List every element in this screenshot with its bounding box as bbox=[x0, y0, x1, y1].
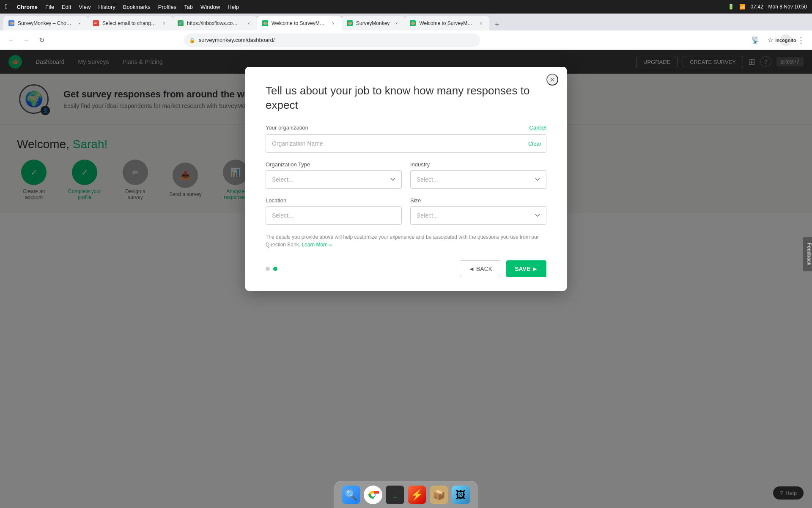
url-text: surveymonkey.com/dashboard/ bbox=[199, 37, 275, 43]
tab-title-4: Welcome to SurveyMon... bbox=[272, 20, 326, 26]
new-tab-button[interactable]: + bbox=[491, 19, 503, 30]
org-type-industry-row: Organization Type Select... Industry Sel… bbox=[266, 161, 546, 189]
tab-title-3: https://inboxflows.com/... bbox=[187, 20, 242, 26]
page-dots bbox=[266, 267, 277, 271]
dock-spark[interactable]: ⚡ bbox=[408, 486, 426, 504]
clear-button[interactable]: Clear bbox=[528, 140, 541, 146]
profile-modal: × Tell us about your job to know how man… bbox=[245, 67, 567, 291]
tab-title-5: SurveyMonkey bbox=[356, 20, 390, 26]
tab-close-4[interactable]: × bbox=[330, 20, 337, 27]
tab-title-6: Welcome to SurveyMon... bbox=[419, 20, 474, 26]
location-label: Location bbox=[266, 197, 402, 204]
date: Mon 8 Nov 10:50 bbox=[768, 4, 807, 10]
tab-favicon-4: 🐵 bbox=[262, 20, 268, 26]
menu-bookmarks[interactable]: Bookmarks bbox=[123, 4, 151, 10]
browser-tab-3[interactable]: 🔗 https://inboxflows.com/... × bbox=[173, 16, 257, 30]
modal-overlay: × Tell us about your job to know how man… bbox=[0, 50, 812, 508]
modal-close-button[interactable]: × bbox=[546, 74, 558, 86]
tab-favicon-5: 🐵 bbox=[347, 20, 353, 26]
dock-chrome[interactable] bbox=[364, 486, 382, 504]
svg-point-2 bbox=[371, 493, 375, 497]
chrome-icon bbox=[367, 489, 379, 501]
menu-history[interactable]: History bbox=[98, 4, 115, 10]
size-select[interactable]: Select... bbox=[410, 206, 546, 225]
dot-1 bbox=[266, 267, 270, 271]
apple-menu[interactable]:  bbox=[5, 3, 8, 11]
dock-archive[interactable]: 📦 bbox=[430, 486, 448, 504]
modal-actions: ◄ BACK SAVE ► bbox=[460, 260, 546, 277]
back-button[interactable]: ← bbox=[5, 34, 17, 46]
location-group: Location bbox=[266, 197, 402, 225]
dock-finder[interactable]: 🔍 bbox=[342, 486, 360, 504]
menu-chrome[interactable]: Chrome bbox=[17, 4, 38, 10]
page-content: 🐵 Dashboard My Surveys Plans & Pricing U… bbox=[0, 50, 812, 508]
macos-menubar:  Chrome File Edit View History Bookmark… bbox=[0, 0, 812, 14]
tab-close-6[interactable]: × bbox=[477, 20, 484, 27]
tab-close-5[interactable]: × bbox=[393, 20, 400, 27]
tab-close-2[interactable]: × bbox=[161, 20, 167, 27]
menu-help[interactable]: Help bbox=[228, 4, 239, 10]
org-type-select[interactable]: Select... bbox=[266, 170, 402, 189]
browser-tab-1[interactable]: 🐵 SurveyMonkey – Choose... × bbox=[3, 16, 88, 30]
clock: 07:42 bbox=[751, 4, 763, 10]
menubar-right: 🔋 📶 07:42 Mon 8 Nov 10:50 bbox=[728, 4, 807, 10]
tab-bar: 🐵 SurveyMonkey – Choose... × ✉ Select em… bbox=[0, 14, 812, 30]
dock-terminal[interactable]: _ bbox=[386, 486, 404, 504]
organization-section-header: Your organization Cancel bbox=[266, 124, 546, 131]
browser-window: 🐵 SurveyMonkey – Choose... × ✉ Select em… bbox=[0, 14, 812, 508]
tab-close-1[interactable]: × bbox=[76, 20, 83, 27]
industry-group: Industry Select... bbox=[410, 161, 546, 189]
forward-button[interactable]: → bbox=[20, 34, 32, 46]
lock-icon: 🔒 bbox=[189, 37, 195, 43]
toolbar-right: 📡 ☆ Incognito ⋮ bbox=[749, 34, 807, 46]
size-group: Size Select... bbox=[410, 197, 546, 225]
menu-window[interactable]: Window bbox=[200, 4, 220, 10]
org-type-label: Organization Type bbox=[266, 161, 402, 168]
menu-profiles[interactable]: Profiles bbox=[158, 4, 176, 10]
browser-tab-6[interactable]: 🐵 Welcome to SurveyMon... × bbox=[405, 16, 489, 30]
organization-input-wrapper: Clear bbox=[266, 134, 546, 153]
location-size-row: Location Size Select... bbox=[266, 197, 546, 225]
chrome-menu-button[interactable]: ⋮ bbox=[795, 35, 807, 45]
reload-button[interactable]: ↻ bbox=[36, 34, 47, 46]
back-button-modal[interactable]: ◄ BACK bbox=[460, 260, 501, 277]
surveymonkey-page: 🐵 Dashboard My Surveys Plans & Pricing U… bbox=[0, 50, 812, 508]
size-label: Size bbox=[410, 197, 546, 204]
profile-button[interactable]: Incognito bbox=[780, 34, 792, 46]
organization-label: Your organization bbox=[266, 124, 308, 131]
browser-tab-5[interactable]: 🐵 SurveyMonkey × bbox=[342, 16, 405, 30]
location-input[interactable] bbox=[266, 206, 402, 225]
feedback-tab[interactable]: Feedback bbox=[803, 237, 812, 271]
menu-file[interactable]: File bbox=[45, 4, 54, 10]
battery-icon: 🔋 bbox=[728, 4, 734, 10]
tab-favicon-6: 🐵 bbox=[410, 20, 416, 26]
tab-title-1: SurveyMonkey – Choose... bbox=[18, 20, 73, 26]
wifi-icon: 📶 bbox=[739, 4, 746, 10]
modal-title: Tell us about your job to know how many … bbox=[266, 84, 546, 113]
tab-title-2: Select email to change... bbox=[102, 20, 157, 26]
modal-footer: ◄ BACK SAVE ► bbox=[266, 260, 546, 277]
tab-favicon-3: 🔗 bbox=[178, 20, 184, 26]
tab-favicon-2: ✉ bbox=[93, 20, 99, 26]
dock-preview[interactable]: 🖼 bbox=[452, 486, 470, 504]
tab-close-3[interactable]: × bbox=[245, 20, 252, 27]
tab-favicon-1: 🐵 bbox=[8, 20, 14, 26]
browser-tab-4[interactable]: 🐵 Welcome to SurveyMon... × bbox=[257, 16, 342, 30]
url-bar[interactable]: 🔒 surveymonkey.com/dashboard/ bbox=[184, 33, 480, 47]
industry-label: Industry bbox=[410, 161, 546, 168]
save-button[interactable]: SAVE ► bbox=[506, 260, 546, 277]
org-type-group: Organization Type Select... bbox=[266, 161, 402, 189]
menu-edit[interactable]: Edit bbox=[62, 4, 71, 10]
browser-tab-2[interactable]: ✉ Select email to change... × bbox=[88, 16, 173, 30]
menu-view[interactable]: View bbox=[79, 4, 91, 10]
form-info-text: The details you provide above will help … bbox=[266, 233, 546, 248]
address-bar: ← → ↻ 🔒 surveymonkey.com/dashboard/ 📡 ☆ … bbox=[0, 30, 812, 50]
cancel-link[interactable]: Cancel bbox=[529, 124, 546, 131]
dot-2 bbox=[273, 267, 277, 271]
bookmark-icon[interactable]: ☆ bbox=[765, 34, 776, 46]
industry-select[interactable]: Select... bbox=[410, 170, 546, 189]
cast-icon[interactable]: 📡 bbox=[749, 34, 761, 46]
organization-name-input[interactable] bbox=[266, 134, 546, 153]
learn-more-link[interactable]: Learn More » bbox=[302, 242, 332, 248]
menu-tab[interactable]: Tab bbox=[184, 4, 193, 10]
